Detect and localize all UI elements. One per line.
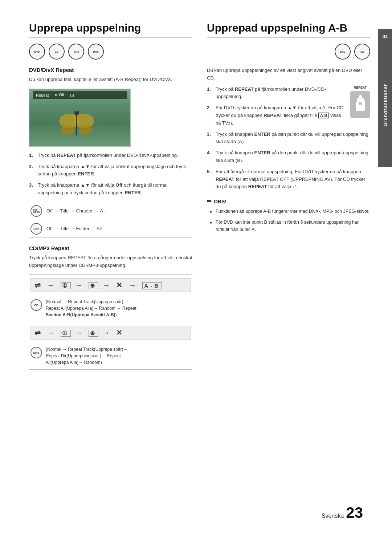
- right-disc-icons: DVD CD: [207, 44, 370, 60]
- cd-chain-symbols: ⇌ → ① → ⊕ → ✕ → A-B: [30, 278, 191, 292]
- pencil-icon: ✏: [207, 198, 212, 205]
- obs-item-1: Funktionen att upprepa A-B fungerar inte…: [210, 208, 370, 215]
- dvd-step-3: 3. Tryck på knapparna ▲▼ för att välja O…: [29, 182, 192, 197]
- mp3-desc: (Normal → Repeat Track(Upprepa spår)→Rep…: [46, 346, 127, 366]
- disc-mp3-row: MP3: [30, 347, 42, 358]
- dvd-divx-body: Du kan upprepa titel, kapitel eller avsn…: [29, 76, 192, 84]
- page-container: Upprepa uppspelning DVD CD MP3 DivX DVD/…: [0, 0, 392, 536]
- svg-rect-12: [356, 105, 365, 111]
- screenshot-overlay: Repeat ⇔ Off ⊡: [33, 91, 127, 99]
- right-column: Upprepad uppspelning A-B DVD CD Du kan u…: [207, 22, 370, 514]
- cd-mp3-section: CD/MP3 Repeat Tryck på knappen REPEAT fl…: [29, 245, 192, 370]
- repeat-row-divx: DivX Off → Title → Folder → All: [29, 220, 192, 238]
- disc-icon-cd: CD: [49, 44, 65, 60]
- repeat-row-dvd: DVDVIDEO Off → Title → Chapter → A -: [29, 202, 192, 220]
- repeat-label-in-screenshot: Repeat: [36, 93, 49, 97]
- right-section-title: Upprepad uppspelning A-B: [207, 22, 370, 38]
- repeat-remote-label: REPEAT: [350, 86, 370, 89]
- repeat-remote-container: REPEAT: [350, 86, 370, 118]
- off-label-in-screenshot: ⇔ Off: [54, 93, 64, 97]
- columns: Upprepa uppspelning DVD CD MP3 DivX DVD/…: [29, 22, 370, 514]
- footer-language: Svenska: [322, 513, 344, 519]
- right-step-3: 3. Tryck på knappen ENTER på den punkt d…: [207, 131, 370, 146]
- obs-label: OBS!: [214, 199, 226, 204]
- right-step-1: 1. Tryck på REPEAT på fjärrkontrollen un…: [207, 86, 344, 101]
- dvd-divx-heading: DVD/DivX Repeat: [29, 67, 192, 73]
- mp3-chain-symbols: ⇌ → ① → ⊕ → ✕: [30, 326, 191, 340]
- right-step-4: 4. Tryck på knappen ENTER på den punkt d…: [207, 149, 370, 165]
- left-column: Upprepa uppspelning DVD CD MP3 DivX DVD/…: [29, 22, 192, 514]
- left-disc-icons: DVD CD MP3 DivX: [29, 44, 192, 60]
- obs-section: ✏ OBS! Funktionen att upprepa A-B funger…: [207, 198, 370, 233]
- screenshot-box: Repeat ⇔ Off ⊡: [29, 89, 131, 147]
- right-disc-cd: CD: [354, 44, 370, 60]
- left-section-title: Upprepa uppspelning: [29, 22, 192, 38]
- butterfly-illustration: [58, 110, 95, 139]
- dvd-step-1: 1. Tryck på REPEAT på fjärrkontrollen un…: [29, 152, 192, 159]
- disc-icon-divx: DivX: [88, 44, 104, 60]
- disc-cd-row: CD: [30, 299, 42, 311]
- cd-desc: (Normal → Repeat Track(Upprepa spår) →Re…: [46, 299, 136, 318]
- svg-rect-7: [359, 95, 362, 102]
- svg-point-2: [61, 125, 74, 135]
- dvd-divx-section: DVD/DivX Repeat Du kan upprepa titel, ka…: [29, 67, 192, 238]
- dvd-step-2: 2. Tryck på knapparna ▲▼ för att välja ö…: [29, 163, 192, 178]
- mp3-chain-row: ⇌ → ① → ⊕ → ✕ MP3 (Normal → Repeat Track…: [29, 322, 192, 370]
- cd-mp3-body: Tryck på knappen REPEAT flera gånger und…: [29, 254, 192, 269]
- right-disc-dvd: DVD: [335, 44, 351, 60]
- obs-item-2: För DVD kan inte punkt B ställas in förr…: [210, 219, 370, 233]
- icon-in-screenshot: ⊡: [70, 92, 74, 98]
- cd-mp3-heading: CD/MP3 Repeat: [29, 245, 192, 251]
- right-step-5: 5. För att återgå till normal uppspelnin…: [207, 168, 370, 191]
- right-step-2: 2. För DVD trycker du på knapparna ▲▼ fö…: [207, 104, 344, 127]
- disc-dvdvideo: DVDVIDEO: [30, 205, 42, 217]
- page-footer: Svenska 23: [322, 504, 363, 521]
- cd-repeat-table: ⇌ → ① → ⊕ → ✕ → A-B CD (Normal → Repeat …: [29, 274, 192, 370]
- obs-title: ✏ OBS!: [207, 198, 370, 205]
- repeat-table: DVDVIDEO Off → Title → Chapter → A - Div…: [29, 202, 192, 238]
- svg-point-3: [79, 125, 92, 135]
- disc-icon-dvd: DVD: [29, 44, 45, 60]
- cd-chain-row: ⇌ → ① → ⊕ → ✕ → A-B CD (Normal → Repeat …: [29, 275, 192, 322]
- disc-divx: DivX: [30, 223, 42, 235]
- dvd-steps-list: 1. Tryck på REPEAT på fjärrkontrollen un…: [29, 152, 192, 197]
- footer-page-number: 23: [346, 504, 363, 521]
- divx-chain: Off → Title → Folder → All: [46, 225, 102, 232]
- obs-list: Funktionen att upprepa A-B fungerar inte…: [207, 208, 370, 233]
- dvd-chain: Off → Title → Chapter → A -: [46, 207, 106, 215]
- repeat-remote-icon: [350, 91, 370, 118]
- screenshot-inner: Repeat ⇔ Off ⊡: [29, 89, 130, 146]
- disc-icon-mp3: MP3: [68, 44, 84, 60]
- right-intro: Du kan upprepa uppspelningen av ett viss…: [207, 67, 370, 82]
- hand-icon: [355, 95, 366, 113]
- right-steps-list: 1. Tryck på REPEAT på fjärrkontrollen un…: [207, 86, 370, 191]
